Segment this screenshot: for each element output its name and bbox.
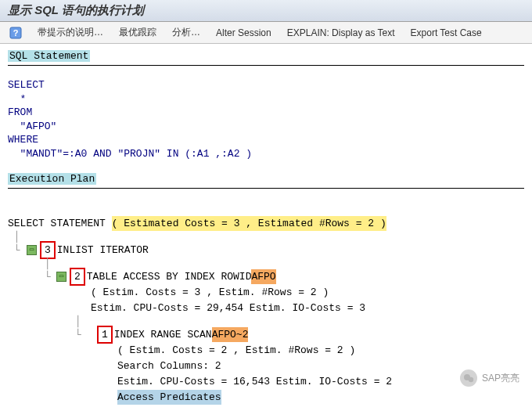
toolbar: ? 带提示的说明… 最优跟踪 分析… Alter Session EXPLAIN… <box>0 22 532 44</box>
toolbar-export-test[interactable]: Export Test Case <box>408 26 485 40</box>
plan-node-1-detail: ( Estim. Costs = 2 , Estim. #Rows = 2 ) <box>8 342 524 358</box>
watermark: SAP亮亮 <box>460 369 519 387</box>
svg-point-3 <box>469 377 473 382</box>
plan-detail-text: Search Columns: 2 <box>117 359 221 374</box>
toolbar-best-trace[interactable]: 最优跟踪 <box>116 24 160 41</box>
plan-node-1-detail: Search Columns: 2 <box>8 358 524 373</box>
tree-connector-row: │ <box>8 231 524 242</box>
sql-line: * <box>8 93 26 105</box>
sql-statement-header: SQL Statement <box>8 50 90 62</box>
plan-detail-text: Estim. CPU-Costs = 16,543 Estim. IO-Cost… <box>117 374 392 390</box>
svg-text:?: ? <box>13 28 19 38</box>
plan-node-number: 1 <box>97 326 113 344</box>
plan-node-3: └ ▭ 3 INLIST ITERATOR <box>8 242 524 258</box>
plan-node-2: └ ▭ 2 TABLE ACCESS BY INDEX ROWID AFPO <box>8 268 524 284</box>
plan-node-1-detail: Estim. CPU-Costs = 16,543 Estim. IO-Cost… <box>8 373 524 389</box>
toolbar-analyze[interactable]: 分析… <box>169 24 203 41</box>
question-icon[interactable]: ? <box>6 25 25 41</box>
plan-node-1-detail: Access Predicates <box>8 389 524 405</box>
divider <box>8 65 524 66</box>
plan-node-1: └ 1 INDEX RANGE SCAN AFPO~2 <box>8 326 524 342</box>
content-area: SQL Statement SELECT * FROM "AFPO" WHERE… <box>0 44 532 418</box>
plan-node-number: 2 <box>70 268 85 286</box>
plan-select-statement: SELECT STATEMENT ( Estimated Costs = 3 ,… <box>8 215 524 231</box>
tree-connector-row: │ <box>8 315 524 326</box>
plan-node-2-detail: ( Estim. Costs = 3 , Estim. #Rows = 2 ) <box>8 284 524 300</box>
tree-connector-row: │ <box>8 258 524 268</box>
wechat-icon <box>460 369 477 387</box>
toolbar-explain-text[interactable]: EXPLAIN: Display as Text <box>284 26 398 40</box>
sql-line: "MANDT"=:A0 AND "PROJN" IN (:A1 ,:A2 ) <box>8 148 252 160</box>
plan-node-label: INDEX RANGE SCAN <box>114 327 212 343</box>
expand-icon[interactable]: ▭ <box>27 245 37 255</box>
sql-line: SELECT <box>8 79 45 91</box>
plan-detail-text: ( Estim. Costs = 3 , Estim. #Rows = 2 ) <box>91 285 329 301</box>
plan-node-table: AFPO <box>251 269 275 285</box>
sql-line: "AFPO" <box>8 121 56 132</box>
select-stmt-costs: ( Estimated Costs = 3 , Estimated #Rows … <box>112 216 386 232</box>
sql-block: SELECT * FROM "AFPO" WHERE "MANDT"=:A0 A… <box>8 78 524 160</box>
title-bar: 显示 SQL 语句的执行计划 <box>0 0 532 22</box>
sql-line: FROM <box>8 106 32 118</box>
watermark-text: SAP亮亮 <box>482 372 519 385</box>
plan-tree: SELECT STATEMENT ( Estimated Costs = 3 ,… <box>8 215 524 405</box>
divider <box>8 188 524 189</box>
execution-plan-header: Execution Plan <box>8 173 96 185</box>
plan-node-index: AFPO~2 <box>212 327 249 343</box>
expand-icon[interactable]: ▭ <box>56 272 66 282</box>
plan-node-label: INLIST ITERATOR <box>57 243 149 258</box>
plan-node-label: TABLE ACCESS BY INDEX ROWID <box>87 269 252 285</box>
plan-detail-text: ( Estim. Costs = 2 , Estim. #Rows = 2 ) <box>117 343 355 359</box>
page-title: 显示 SQL 语句的执行计划 <box>8 3 144 18</box>
sql-line: WHERE <box>8 134 38 146</box>
access-predicates: Access Predicates <box>117 390 221 405</box>
toolbar-alter-session[interactable]: Alter Session <box>213 26 275 40</box>
plan-detail-text: Estim. CPU-Costs = 29,454 Estim. IO-Cost… <box>91 301 365 316</box>
toolbar-hint-desc[interactable]: 带提示的说明… <box>34 24 106 41</box>
